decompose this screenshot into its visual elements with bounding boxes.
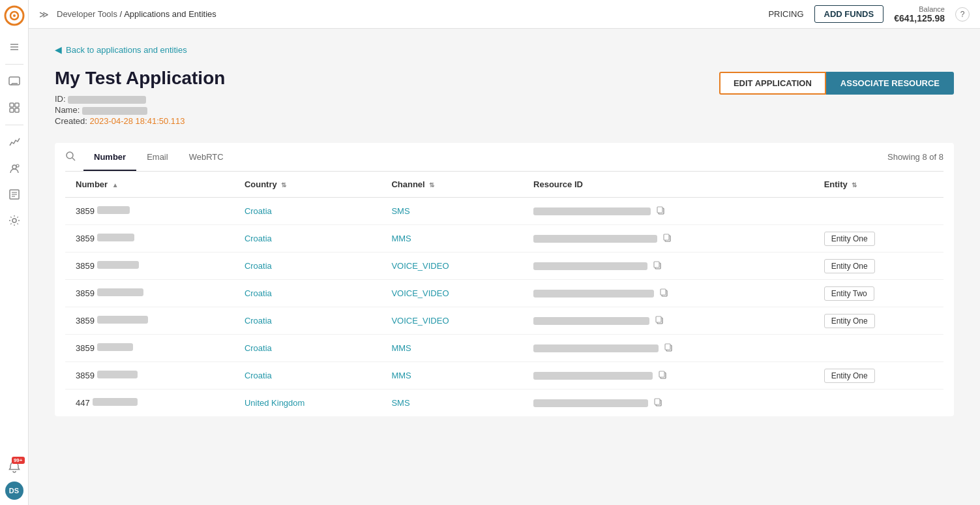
number-blurred <box>97 316 148 324</box>
cell-channel[interactable]: MMS <box>381 225 523 252</box>
channel-link[interactable]: MMS <box>391 343 411 353</box>
created-value: 2023-04-28 18:41:50.113 <box>90 116 185 126</box>
pricing-link[interactable]: PRICING <box>768 9 803 19</box>
cell-channel[interactable]: SMS <box>381 390 523 417</box>
copy-icon[interactable] <box>659 288 668 299</box>
cell-country[interactable]: United Kingdom <box>234 390 381 417</box>
number-blurred <box>97 234 134 241</box>
cell-channel[interactable]: MMS <box>381 362 523 390</box>
resource-id-blurred <box>533 207 651 215</box>
country-link[interactable]: Croatia <box>245 343 272 353</box>
svg-point-14 <box>12 219 16 222</box>
country-link[interactable]: United Kingdom <box>245 398 305 408</box>
copy-icon[interactable] <box>653 397 662 408</box>
col-country[interactable]: Country ⇅ <box>234 172 381 198</box>
edit-application-button[interactable]: EDIT APPLICATION <box>719 72 826 95</box>
copy-icon[interactable] <box>664 343 673 354</box>
sidebar-item-messages[interactable] <box>3 70 26 93</box>
col-entity[interactable]: Entity ⇅ <box>814 172 943 198</box>
help-icon[interactable]: ? <box>955 7 970 22</box>
number-blurred <box>97 343 133 351</box>
svg-rect-26 <box>656 316 661 322</box>
svg-rect-28 <box>665 344 670 350</box>
channel-link[interactable]: SMS <box>391 398 409 408</box>
country-link[interactable]: Croatia <box>245 261 272 271</box>
topbar: ≫ Developer Tools / Applications and Ent… <box>29 0 980 29</box>
channel-link[interactable]: MMS <box>391 371 411 380</box>
table-row: 3859CroatiaSMS <box>65 198 943 225</box>
number-blurred <box>97 261 139 269</box>
cell-country[interactable]: Croatia <box>234 362 381 390</box>
table-row: 3859CroatiaVOICE_VIDEOEntity One <box>65 252 943 280</box>
cell-number: 447 <box>65 390 234 417</box>
table-row: 3859CroatiaMMS <box>65 335 943 362</box>
copy-icon[interactable] <box>656 206 665 217</box>
tab-webrtc[interactable]: WebRTC <box>179 144 234 171</box>
id-value-blurred <box>68 96 146 104</box>
cell-channel[interactable]: SMS <box>381 198 523 225</box>
cell-country[interactable]: Croatia <box>234 198 381 225</box>
add-funds-button[interactable]: ADD FUNDS <box>814 5 884 23</box>
cell-number: 3859 <box>65 335 234 362</box>
user-avatar[interactable]: DS <box>5 482 23 500</box>
topbar-expand-icon[interactable]: ≫ <box>39 9 49 20</box>
balance-label: Balance <box>894 5 945 13</box>
col-channel[interactable]: Channel ⇅ <box>381 172 523 198</box>
cell-channel[interactable]: VOICE_VIDEO <box>381 252 523 280</box>
sidebar-item-settings[interactable] <box>3 209 26 232</box>
copy-icon[interactable] <box>655 315 664 326</box>
resource-id-blurred <box>533 262 647 270</box>
copy-icon[interactable] <box>658 370 667 381</box>
svg-rect-22 <box>654 262 659 268</box>
cell-entity <box>814 198 943 225</box>
col-number[interactable]: Number ▲ <box>65 172 234 198</box>
copy-icon[interactable] <box>653 260 662 271</box>
copy-icon[interactable] <box>662 233 672 244</box>
search-icon[interactable] <box>65 143 76 171</box>
country-link[interactable]: Croatia <box>245 371 272 380</box>
table-row: 3859CroatiaVOICE_VIDEOEntity One <box>65 307 943 335</box>
associate-resource-button[interactable]: ASSOCIATE RESOURCE <box>826 72 954 95</box>
tab-email[interactable]: Email <box>136 144 179 171</box>
cell-country[interactable]: Croatia <box>234 335 381 362</box>
table-row: 3859CroatiaVOICE_VIDEOEntity Two <box>65 280 943 307</box>
sidebar-expand-icon[interactable] <box>3 35 26 59</box>
channel-link[interactable]: VOICE_VIDEO <box>391 261 449 271</box>
resource-id-blurred <box>533 344 659 352</box>
channel-link[interactable]: SMS <box>391 206 409 216</box>
channel-link[interactable]: MMS <box>391 234 411 243</box>
cell-country[interactable]: Croatia <box>234 252 381 280</box>
country-link[interactable]: Croatia <box>245 206 272 216</box>
sidebar-item-analytics[interactable] <box>3 130 26 154</box>
back-link[interactable]: ◀ Back to applications and entities <box>55 44 954 55</box>
cell-country[interactable]: Croatia <box>234 225 381 252</box>
cell-channel[interactable]: VOICE_VIDEO <box>381 307 523 335</box>
country-link[interactable]: Croatia <box>245 288 272 298</box>
sidebar-divider-1 <box>5 64 23 65</box>
sidebar-item-reports[interactable] <box>3 183 26 206</box>
cell-country[interactable]: Croatia <box>234 307 381 335</box>
country-link[interactable]: Croatia <box>245 234 272 243</box>
svg-point-15 <box>67 152 73 159</box>
cell-channel[interactable]: VOICE_VIDEO <box>381 280 523 307</box>
resource-id-blurred <box>533 317 649 325</box>
notification-bell[interactable]: 99+ <box>3 455 26 479</box>
number-blurred <box>93 398 138 406</box>
page-content: ◀ Back to applications and entities My T… <box>29 29 980 505</box>
cell-resource-id <box>523 362 814 390</box>
cell-country[interactable]: Croatia <box>234 280 381 307</box>
cell-channel[interactable]: MMS <box>381 335 523 362</box>
sidebar-item-tools[interactable] <box>3 96 26 119</box>
channel-link[interactable]: VOICE_VIDEO <box>391 288 449 298</box>
created-label: Created: <box>55 116 87 126</box>
resource-id-blurred <box>533 290 654 298</box>
tab-number[interactable]: Number <box>83 144 136 171</box>
col-resource-id: Resource ID <box>523 172 814 198</box>
country-link[interactable]: Croatia <box>245 316 272 326</box>
breadcrumb-parent[interactable]: Developer Tools <box>57 9 117 19</box>
balance-area: Balance €641,125.98 <box>894 5 945 23</box>
app-logo[interactable] <box>4 5 25 26</box>
name-label: Name: <box>55 105 80 115</box>
sidebar-item-contacts[interactable] <box>3 157 26 180</box>
channel-link[interactable]: VOICE_VIDEO <box>391 316 449 326</box>
